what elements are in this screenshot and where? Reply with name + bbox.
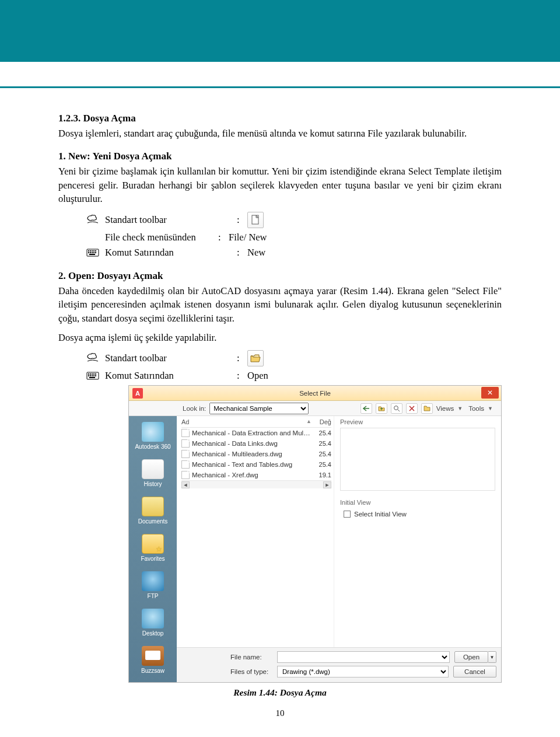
tools-label[interactable]: Tools bbox=[468, 405, 484, 412]
filename-label: File name: bbox=[230, 654, 272, 661]
select-initial-view-checkbox[interactable] bbox=[344, 511, 351, 518]
filetype-select[interactable]: Drawing (*.dwg) bbox=[277, 666, 449, 677]
document-page: { "section1": { "number_title": "1.2.3. … bbox=[0, 0, 560, 737]
subsection1-heading: 1. New: Yeni Dosya Açmak bbox=[58, 151, 502, 162]
place-buzzsaw[interactable]: Buzzsaw bbox=[132, 644, 173, 679]
ftp-icon bbox=[142, 571, 164, 591]
file-row[interactable]: Mechanical - Text and Tables.dwg25.4 bbox=[181, 459, 331, 470]
scroll-left-icon[interactable]: ◄ bbox=[181, 481, 190, 488]
delete-icon[interactable] bbox=[406, 403, 418, 414]
file-size: 19.1 bbox=[312, 471, 331, 478]
open-button[interactable]: Open bbox=[454, 651, 488, 663]
place-autodesk360[interactable]: Autodesk 360 bbox=[132, 420, 173, 455]
svg-rect-12 bbox=[89, 254, 95, 255]
up-folder-icon[interactable] bbox=[376, 403, 387, 414]
dialog-footer: File name: Open ▼ Files of type: Drawing… bbox=[177, 647, 501, 682]
komut-label: Komut Satırından bbox=[105, 247, 216, 259]
favorites-icon bbox=[142, 534, 164, 554]
place-desktop[interactable]: Desktop bbox=[132, 606, 173, 641]
svg-point-25 bbox=[394, 406, 398, 410]
file-list[interactable]: Ad▲Değ Mechanical - Data Extraction and … bbox=[177, 416, 334, 647]
file-name: Mechanical - Text and Tables.dwg bbox=[192, 461, 312, 468]
sort-up-icon[interactable]: ▲ bbox=[306, 418, 312, 425]
close-icon[interactable]: ✕ bbox=[481, 387, 499, 399]
back-icon[interactable] bbox=[360, 403, 372, 414]
page-number: 10 bbox=[58, 708, 502, 730]
section-para: Dosya işlemleri, standart araç çubuğunda… bbox=[58, 127, 502, 140]
svg-rect-2 bbox=[88, 250, 89, 252]
search-icon[interactable] bbox=[391, 403, 402, 414]
svg-rect-8 bbox=[90, 252, 91, 253]
colon: : bbox=[237, 352, 247, 364]
select-file-dialog: A Select File ✕ Look in: Mechanical Samp… bbox=[128, 385, 502, 683]
col-date[interactable]: Değ bbox=[312, 418, 331, 425]
file-row[interactable]: Mechanical - Multileaders.dwg25.4 bbox=[181, 449, 331, 459]
subsection2-para2: Dosya açma işlemi üç şekilde yapılabilir… bbox=[58, 331, 502, 344]
file-icon bbox=[181, 429, 190, 437]
new-folder-icon[interactable] bbox=[421, 403, 433, 414]
place-history[interactable]: History bbox=[132, 457, 173, 492]
file-size: 25.4 bbox=[312, 450, 331, 457]
place-documents[interactable]: Documents bbox=[132, 494, 173, 529]
colon: : bbox=[237, 247, 247, 259]
open-folder-icon bbox=[247, 350, 264, 366]
preview-pane: Preview Initial View Select Initial View bbox=[334, 416, 501, 647]
svg-rect-10 bbox=[93, 252, 94, 253]
svg-rect-6 bbox=[95, 250, 96, 252]
file-row[interactable]: Mechanical - Data Extraction and Multile… bbox=[181, 428, 331, 438]
cancel-button[interactable]: Cancel bbox=[453, 666, 496, 677]
initial-view-label: Initial View bbox=[340, 499, 495, 506]
decor-icon bbox=[86, 353, 99, 364]
file-row[interactable]: Mechanical - Xref.dwg19.1 bbox=[181, 470, 331, 480]
documents-icon bbox=[142, 497, 164, 516]
scroll-right-icon[interactable]: ► bbox=[323, 481, 331, 488]
line-komut-new: Komut Satırından : New bbox=[86, 247, 502, 259]
dialog-titlebar[interactable]: A Select File ✕ bbox=[129, 386, 501, 401]
views-label[interactable]: Views bbox=[436, 405, 454, 412]
svg-rect-24 bbox=[89, 377, 95, 378]
svg-rect-11 bbox=[95, 252, 96, 253]
place-favorites[interactable]: Favorites bbox=[132, 532, 173, 567]
subsection2-heading: 2. Open: Dosyayı Açmak bbox=[58, 270, 502, 282]
file-pane: Ad▲Değ Mechanical - Data Extraction and … bbox=[177, 416, 501, 682]
file-icon bbox=[181, 439, 190, 448]
file-menu-value: File/ New bbox=[229, 232, 267, 243]
horizontal-scrollbar[interactable]: ◄ ► bbox=[181, 480, 331, 488]
svg-rect-21 bbox=[92, 375, 93, 376]
place-ftp[interactable]: FTP bbox=[132, 569, 173, 604]
preview-label: Preview bbox=[340, 418, 495, 425]
svg-rect-17 bbox=[93, 373, 94, 375]
line-standart-toolbar-open: Standart toolbar : bbox=[86, 350, 502, 366]
file-size: 25.4 bbox=[312, 429, 331, 436]
file-row[interactable]: Mechanical - Data Links.dwg25.4 bbox=[181, 438, 331, 449]
subsection2-para1: Daha önceden kaydedilmiş olan bir AutoCA… bbox=[58, 284, 502, 325]
file-size: 25.4 bbox=[312, 461, 331, 468]
colon: : bbox=[237, 214, 247, 226]
colon: : bbox=[218, 232, 229, 243]
section-heading: 1.2.3. Dosya Açma bbox=[58, 113, 502, 124]
file-icon bbox=[181, 450, 190, 458]
header-band bbox=[0, 0, 560, 62]
std-toolbar-label: Standart toolbar bbox=[105, 214, 216, 226]
select-initial-view-text: Select Initial View bbox=[354, 511, 407, 518]
lookin-label: Look in: bbox=[183, 405, 206, 412]
figure-caption: Resim 1.44: Dosya Açma bbox=[58, 687, 502, 698]
places-bar: Autodesk 360 History Documents Favorites… bbox=[129, 416, 177, 682]
filetype-label: Files of type: bbox=[230, 668, 272, 675]
line-standart-toolbar-new: Standart toolbar : bbox=[86, 212, 502, 228]
cloud-icon bbox=[142, 422, 164, 442]
svg-rect-9 bbox=[92, 252, 93, 253]
preview-box bbox=[340, 428, 495, 491]
col-name[interactable]: Ad bbox=[181, 418, 306, 425]
komut-value-open: Open bbox=[247, 370, 268, 382]
filename-input[interactable] bbox=[277, 651, 450, 663]
file-size: 25.4 bbox=[312, 440, 331, 447]
file-name: Mechanical - Multileaders.dwg bbox=[192, 450, 312, 457]
colon: : bbox=[237, 370, 247, 382]
decor-icon bbox=[86, 215, 99, 225]
svg-rect-16 bbox=[92, 373, 93, 375]
lookin-select[interactable]: Mechanical Sample bbox=[209, 403, 309, 414]
open-dropdown-icon[interactable]: ▼ bbox=[488, 651, 496, 663]
line-file-menu-new: File check menüsünden : File/ New bbox=[105, 232, 502, 243]
std-toolbar-label-open: Standart toolbar bbox=[105, 352, 216, 364]
